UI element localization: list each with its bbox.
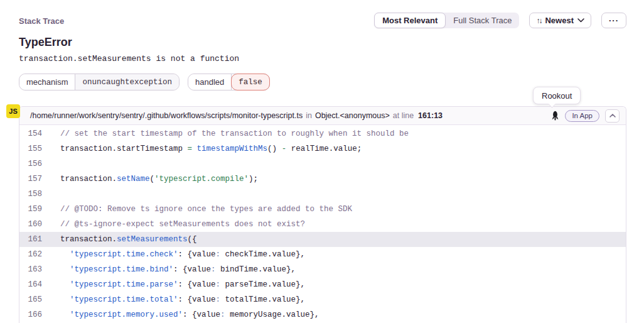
toggle-most-relevant[interactable]: Most Relevant [374,13,446,28]
code-line-159: 159// @TODO: Remove ts ignore once the t… [19,202,626,217]
line-number: 154 [19,129,50,138]
code-line-164: 164 'typescript.time.parse': {value: par… [19,277,626,292]
frame-line-number: 161:13 [418,111,443,120]
code-text: 'typescript.time.bind': {value: bindTime… [50,265,296,274]
line-number: 162 [19,250,50,259]
sort-newest-button[interactable]: ↑↓ Newest [529,13,591,28]
code-text: 'typescript.memory.used': {value: memory… [50,310,319,319]
line-number: 165 [19,295,50,304]
sort-label: Newest [545,16,574,25]
platform-js-badge: JS [6,104,20,118]
frame-header-actions: In App [551,109,620,123]
error-message: transaction.setMeasurements is not a fun… [19,54,239,63]
line-number: 157 [19,175,50,183]
line-number: 159 [19,205,50,214]
code-line-166: 166 'typescript.memory.used': {value: me… [19,307,626,322]
tooltip-label: Rookout [542,91,572,101]
rookout-icon[interactable] [551,111,559,121]
code-line-161: 161transaction.setMeasurements({ [19,232,626,247]
code-text: // @ts-ignore-expect setMeasurements doe… [50,220,305,229]
more-options-button[interactable]: ··· [601,13,626,28]
line-number: 156 [19,160,50,168]
code-line-155: 155transaction.startTimestamp = timestam… [19,141,626,156]
code-line-154: 154// set the start timestamp of the tra… [19,126,626,141]
tag-value-error: false [231,74,270,90]
frame-in-word: in [306,111,312,120]
frame-at-line-word: at line [393,111,414,120]
line-number: 166 [19,310,50,319]
code-text: // set the start timestamp of the transa… [50,129,409,138]
code-text: transaction.setName('typescript.compile'… [50,175,258,183]
line-number: 158 [19,190,50,199]
code-line-157: 157transaction.setName('typescript.compi… [19,172,626,187]
line-number: 155 [19,145,50,153]
line-number: 160 [19,220,50,229]
tag-key: handled [188,74,232,90]
error-type-title: TypeError [19,36,72,49]
collapse-frame-button[interactable] [605,109,620,123]
code-lines: 154// set the start timestamp of the tra… [19,125,626,322]
frame-header[interactable]: /home/runner/work/sentry/sentry/.github/… [19,107,626,125]
stack-trace-panel: Stack Trace Most Relevant Full Stack Tra… [0,0,644,323]
tag-key: mechanism [19,74,75,90]
tag-mechanism[interactable]: mechanism onuncaughtexception [19,74,180,90]
frame-function: Object.<anonymous> [315,111,390,120]
code-text: transaction.setMeasurements({ [50,235,197,244]
code-line-163: 163 'typescript.time.bind': {value: bind… [19,262,626,277]
view-toggle: Most Relevant Full Stack Trace [374,13,519,28]
code-text: 'typescript.time.total': {value: totalTi… [50,295,305,304]
code-line-158: 158 [19,187,626,202]
line-number: 163 [19,265,50,274]
ellipsis-icon: ··· [609,16,619,25]
code-text: 'typescript.time.check': {value: checkTi… [50,250,305,259]
frame-file-path: /home/runner/work/sentry/sentry/.github/… [30,111,303,120]
tag-handled[interactable]: handled false [188,74,270,90]
code-line-160: 160// @ts-ignore-expect setMeasurements … [19,217,626,232]
section-title: Stack Trace [19,16,64,26]
line-number: 164 [19,280,50,289]
toggle-full-stack-trace[interactable]: Full Stack Trace [446,13,519,28]
code-text: // @TODO: Remove ts ignore once the type… [50,205,352,214]
tag-value: onuncaughtexception [75,74,179,90]
rookout-tooltip: Rookout [533,87,581,104]
stack-trace-controls: Most Relevant Full Stack Trace ↑↓ Newest… [374,13,626,28]
chevron-up-icon [609,114,616,118]
code-text: transaction.startTimestamp = timestampWi… [50,145,362,153]
code-line-156: 156 [19,156,626,172]
sort-arrows-icon: ↑↓ [536,16,541,25]
tag-list: mechanism onuncaughtexception handled fa… [19,74,270,90]
in-app-badge[interactable]: In App [565,110,599,122]
code-line-162: 162 'typescript.time.check': {value: che… [19,247,626,262]
stack-frame: /home/runner/work/sentry/sentry/.github/… [19,106,626,323]
code-line-165: 165 'typescript.time.total': {value: tot… [19,292,626,307]
code-text: 'typescript.time.parse': {value: parseTi… [50,280,305,289]
line-number: 161 [19,235,50,244]
chevron-down-icon [577,18,584,23]
